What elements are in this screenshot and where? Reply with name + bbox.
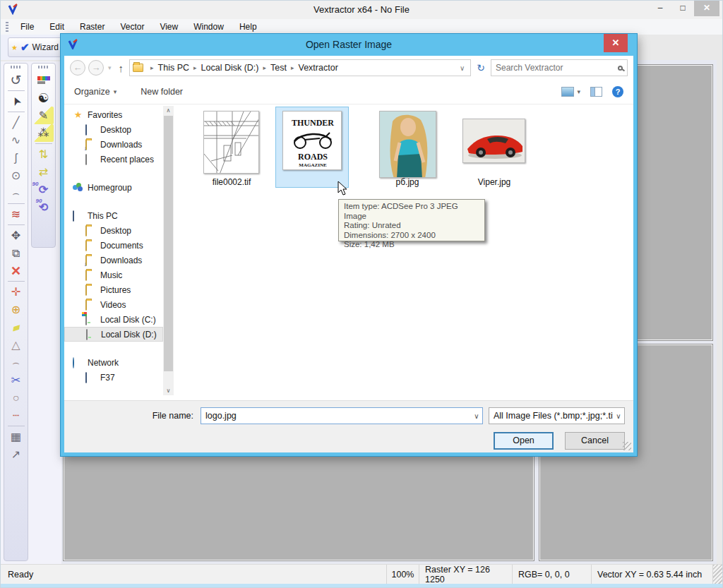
resize-grip[interactable] — [712, 565, 722, 584]
help-button[interactable]: ? — [612, 86, 623, 97]
cancel-button[interactable]: Cancel — [565, 432, 625, 450]
minimize-button[interactable]: – — [649, 1, 671, 16]
search-input[interactable] — [496, 63, 618, 73]
recent-locations-chevron[interactable]: ▾ — [108, 64, 112, 71]
file-name: file0002.tif — [189, 177, 274, 187]
sidebar-item-desktop[interactable]: Desktop — [64, 122, 163, 137]
rotate-ccw-icon[interactable]: 90⟲ — [34, 198, 54, 216]
preview-pane-button[interactable] — [590, 87, 602, 97]
palette-icon[interactable] — [34, 71, 54, 89]
scrollbar-thumb[interactable] — [164, 116, 173, 371]
grid-icon[interactable]: ▦ — [6, 428, 26, 445]
menu-window[interactable]: Window — [186, 19, 232, 35]
rotate-cw-icon[interactable]: 90⟳ — [34, 181, 54, 198]
chevron-down-icon: ▾ — [114, 88, 117, 95]
sidebar-item-music[interactable]: Music — [64, 268, 163, 282]
eraser-tool-icon[interactable]: ▰ — [4, 316, 28, 338]
flip-vertical-icon[interactable]: ⇅ — [34, 145, 54, 163]
organize-button[interactable]: Organize ▾ — [74, 87, 116, 97]
file-tile-file0002[interactable]: file0002.tif — [196, 104, 281, 189]
sidebar-item-pc-downloads[interactable]: ↓Downloads — [64, 253, 163, 268]
split-segment-icon[interactable]: ┄ — [6, 407, 26, 424]
close-button[interactable]: ✕ — [694, 1, 719, 16]
sidebar-item-pc-desktop[interactable]: Desktop — [64, 223, 163, 238]
breadcrumb-test[interactable]: Test — [270, 63, 287, 73]
sidebar-item-f37[interactable]: F37 — [64, 370, 163, 385]
menu-file[interactable]: File — [13, 19, 42, 35]
flip-horizontal-icon[interactable]: ⇄ — [34, 163, 54, 181]
file-tile-viper[interactable]: Viper.jpg — [459, 104, 544, 189]
move-node-icon[interactable]: ✛ — [6, 283, 26, 301]
sidebar-item-videos[interactable]: Videos — [64, 297, 163, 312]
search-box[interactable] — [491, 59, 628, 76]
sidebar-label: Desktop — [100, 226, 131, 236]
copy-tool-icon[interactable]: ⧉ — [6, 244, 26, 262]
sidebar-item-this-pc[interactable]: This PC — [64, 208, 163, 223]
file-name-combo[interactable]: ∨ — [201, 407, 483, 424]
breadcrumb-vextractor[interactable]: Vextractor — [299, 63, 338, 73]
file-type-combo[interactable]: All Image Files (*.bmp;*.jpg;*.tif ∨ — [489, 407, 625, 424]
menu-raster[interactable]: Raster — [72, 19, 112, 35]
menu-edit[interactable]: Edit — [42, 19, 72, 35]
undo-icon[interactable]: ↺ — [6, 71, 26, 89]
menu-vector[interactable]: Vector — [112, 19, 152, 35]
invert-icon[interactable]: ☯ — [34, 89, 54, 107]
cut-tool-icon[interactable]: ✂ — [6, 371, 26, 389]
delete-tool-icon[interactable]: ✕ — [6, 262, 26, 280]
wizard-button[interactable]: ★✔ Wizard — [8, 37, 62, 57]
music-folder-icon — [85, 270, 87, 281]
logo-text-2: ROADS — [298, 152, 328, 162]
file-name-row: File name: ∨ All Image Files (*.bmp;*.jp… — [64, 407, 633, 424]
curve-tool-icon[interactable]: ʃ — [6, 149, 26, 167]
dialog-resize-grip[interactable] — [623, 442, 631, 450]
sidebar-item-documents[interactable]: Documents — [64, 238, 163, 253]
select-arrow-icon[interactable]: ➤ — [4, 89, 28, 114]
new-folder-button[interactable]: New folder — [141, 87, 183, 97]
view-mode-button[interactable]: ▾ — [561, 87, 580, 97]
maximize-button[interactable]: □ — [671, 1, 694, 16]
remove-dots-icon[interactable]: ⁂ — [34, 124, 54, 142]
line-tool-icon[interactable]: ╱ — [6, 114, 26, 131]
refresh-button[interactable]: ↻ — [474, 62, 488, 73]
breadcrumb[interactable]: ▸ This PC ▸ Local Disk (D:) ▸ Test ▸ Vex… — [129, 59, 471, 76]
scroll-down-arrow[interactable]: ∨ — [163, 386, 174, 395]
sidebar-item-local-disk-d[interactable]: Local Disk (D:) — [64, 327, 163, 342]
add-arc-icon[interactable]: ⌢ — [6, 354, 26, 371]
arc-tool-icon[interactable]: ⌢ — [6, 184, 26, 202]
draw-toolbar: ↺ ➤ ╱ ∿ ʃ ⊙ ⌢ ≋ ✥ ⧉ ✕ ✛ ⊕ ▰ △ ⌢ ✂ ○ ┄ ▦ — [4, 63, 28, 561]
menu-help[interactable]: Help — [232, 19, 265, 35]
dialog-close-button[interactable]: ✕ — [604, 34, 628, 52]
file-tile-p6[interactable]: pб.jpg — [372, 104, 457, 189]
forward-button[interactable]: → — [88, 60, 104, 76]
polyline-tool-icon[interactable]: ∿ — [6, 131, 26, 149]
chevron-down-icon[interactable]: ∨ — [471, 412, 482, 420]
file-name-input[interactable] — [201, 411, 471, 421]
move-tool-icon[interactable]: ✥ — [6, 227, 26, 244]
sidebar-item-downloads[interactable]: ↓Downloads — [64, 137, 163, 152]
sidebar-item-homegroup[interactable]: Homegroup — [64, 180, 163, 195]
circle-tool-icon[interactable]: ⊙ — [6, 167, 26, 184]
address-dropdown-chevron[interactable]: ∨ — [460, 64, 467, 72]
close-contour-icon[interactable]: ○ — [6, 389, 26, 407]
breadcrumb-this-pc[interactable]: This PC — [158, 63, 189, 73]
despeckle-icon[interactable]: ✎ — [34, 107, 54, 124]
sidebar-item-favorites[interactable]: ★Favorites — [64, 107, 163, 122]
menu-view[interactable]: View — [152, 19, 186, 35]
homegroup-icon — [73, 183, 83, 192]
sidebar-scrollbar[interactable]: ∧ ∨ — [163, 106, 174, 395]
file-tile-logo-selected[interactable]: THUNDER ROADS MAGAZINE logo.jpg — [275, 107, 349, 188]
monitor-icon — [85, 124, 87, 136]
breadcrumb-drive[interactable]: Local Disk (D:) — [201, 63, 259, 73]
sidebar-item-pictures[interactable]: Pictures — [64, 282, 163, 297]
sidebar-item-recent-places[interactable]: Recent places — [64, 152, 163, 167]
up-button[interactable]: ↑ — [119, 62, 124, 74]
sidebar-item-network[interactable]: Network — [64, 355, 163, 370]
scroll-up-arrow[interactable]: ∧ — [163, 106, 174, 115]
dialog-body: ← → ▾ ↑ ▸ This PC ▸ Local Disk (D:) ▸ Te… — [64, 56, 633, 452]
left-toolbox: ↺ ➤ ╱ ∿ ʃ ⊙ ⌢ ≋ ✥ ⧉ ✕ ✛ ⊕ ▰ △ ⌢ ✂ ○ ┄ ▦ — [1, 61, 61, 564]
open-button[interactable]: Open — [494, 432, 554, 450]
snap-icon[interactable]: ↗ — [6, 445, 26, 463]
back-button[interactable]: ← — [70, 60, 85, 76]
trace-color-icon[interactable]: ≋ — [6, 205, 26, 223]
sidebar-item-local-disk-c[interactable]: Local Disk (C:) — [64, 312, 163, 327]
